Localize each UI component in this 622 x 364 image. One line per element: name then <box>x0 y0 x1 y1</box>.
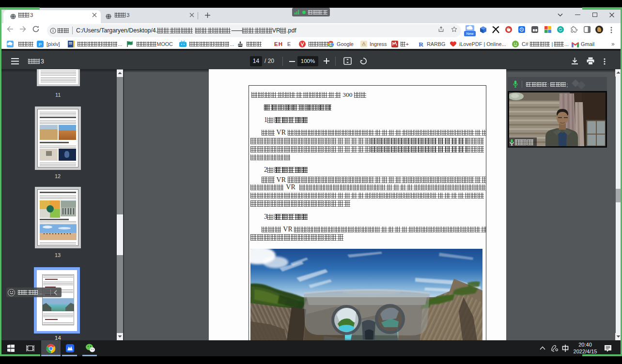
svg-text:P: P <box>39 42 42 47</box>
svg-text:R: R <box>419 41 423 47</box>
